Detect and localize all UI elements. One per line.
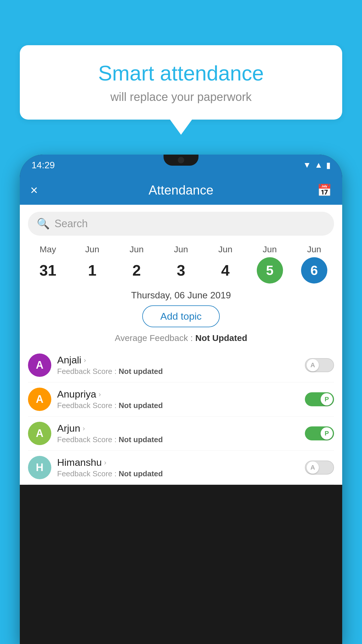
attendance-toggle[interactable]: A	[305, 461, 334, 475]
cal-month-label: Jun	[130, 244, 144, 254]
student-feedback: Feedback Score : Not updated	[57, 469, 299, 478]
toggle-knob: P	[321, 427, 333, 440]
phone-frame: 14:29 ▼ ▲ ▮ × Attendance 📅 🔍 Search May3…	[20, 155, 342, 644]
cal-date-label: 3	[168, 257, 194, 284]
attendance-toggle[interactable]: P	[305, 392, 334, 406]
cal-day-4[interactable]: Jun4	[208, 244, 243, 284]
avg-feedback-value: Not Updated	[195, 333, 247, 343]
cal-date-label: 31	[35, 257, 61, 284]
student-feedback: Feedback Score : Not updated	[57, 401, 299, 410]
add-topic-button[interactable]: Add topic	[142, 305, 220, 327]
student-item[interactable]: HHimanshu ›Feedback Score : Not updatedA	[28, 451, 334, 485]
student-info: Anupriya ›Feedback Score : Not updated	[57, 388, 299, 410]
cal-date-label: 1	[79, 257, 105, 284]
avg-feedback: Average Feedback : Not Updated	[20, 333, 342, 343]
cal-day-0[interactable]: May31	[30, 244, 65, 284]
bubble-title: Smart attendance	[37, 61, 325, 85]
search-icon: 🔍	[37, 218, 50, 230]
toggle-knob: P	[321, 393, 333, 405]
chevron-icon: ›	[84, 356, 86, 364]
calendar-icon[interactable]: 📅	[317, 183, 332, 197]
phone-notch	[164, 155, 198, 166]
camera	[178, 157, 184, 163]
student-info: Himanshu ›Feedback Score : Not updated	[57, 457, 299, 478]
cal-month-label: Jun	[263, 244, 277, 254]
attendance-toggle[interactable]: P	[305, 426, 334, 440]
chevron-icon: ›	[82, 424, 85, 433]
battery-icon: ▮	[326, 160, 331, 170]
student-item[interactable]: AAnupriya ›Feedback Score : Not updatedP	[28, 382, 334, 416]
student-feedback: Feedback Score : Not updated	[57, 435, 299, 444]
cal-month-label: May	[40, 244, 56, 254]
status-time: 14:29	[31, 160, 55, 171]
bubble-subtitle: will replace your paperwork	[37, 90, 325, 104]
cal-month-label: Jun	[85, 244, 99, 254]
student-feedback: Feedback Score : Not updated	[57, 367, 299, 376]
app-bar-title: Attendance	[149, 183, 214, 197]
student-info: Anjali ›Feedback Score : Not updated	[57, 354, 299, 376]
wifi-icon: ▼	[303, 160, 311, 170]
search-bar[interactable]: 🔍 Search	[28, 212, 334, 236]
content-area: 🔍 Search May31Jun1Jun2Jun3Jun4Jun5Jun6 T…	[20, 205, 342, 485]
speech-bubble: Smart attendance will replace your paper…	[20, 45, 342, 120]
cal-month-label: Jun	[218, 244, 232, 254]
cal-month-label: Jun	[174, 244, 188, 254]
search-input[interactable]: Search	[55, 218, 88, 230]
student-name: Anupriya ›	[57, 388, 299, 400]
student-name: Himanshu ›	[57, 457, 299, 468]
student-name: Anjali ›	[57, 354, 299, 366]
avatar: A	[28, 354, 51, 377]
student-list: AAnjali ›Feedback Score : Not updatedAAA…	[20, 348, 342, 485]
cal-day-6[interactable]: Jun6	[297, 244, 332, 284]
close-button[interactable]: ×	[30, 184, 38, 197]
avg-feedback-label: Average Feedback :	[115, 333, 193, 343]
cal-date-label: 6	[301, 257, 327, 284]
selected-date-label: Thursday, 06 June 2019	[20, 290, 342, 301]
calendar-strip: May31Jun1Jun2Jun3Jun4Jun5Jun6	[20, 242, 342, 284]
signal-icon: ▲	[314, 160, 323, 170]
student-item[interactable]: AAnjali ›Feedback Score : Not updatedA	[28, 348, 334, 382]
chevron-icon: ›	[99, 390, 101, 398]
attendance-toggle[interactable]: A	[305, 358, 334, 372]
app-bar: × Attendance 📅	[20, 176, 342, 205]
toggle-knob: A	[307, 359, 319, 371]
cal-day-5[interactable]: Jun5	[252, 244, 287, 284]
avatar: A	[28, 422, 51, 445]
toggle-knob: A	[307, 461, 319, 474]
cal-day-3[interactable]: Jun3	[164, 244, 198, 284]
avatar: A	[28, 388, 51, 411]
cal-day-2[interactable]: Jun2	[119, 244, 154, 284]
cal-date-label: 2	[124, 257, 150, 284]
student-info: Arjun ›Feedback Score : Not updated	[57, 423, 299, 444]
avatar: H	[28, 456, 51, 479]
student-item[interactable]: AArjun ›Feedback Score : Not updatedP	[28, 416, 334, 451]
status-icons: ▼ ▲ ▮	[303, 160, 331, 170]
cal-date-label: 4	[212, 257, 238, 284]
cal-month-label: Jun	[307, 244, 321, 254]
cal-date-label: 5	[257, 257, 283, 284]
student-name: Arjun ›	[57, 423, 299, 434]
chevron-icon: ›	[104, 459, 106, 467]
cal-day-1[interactable]: Jun1	[75, 244, 110, 284]
